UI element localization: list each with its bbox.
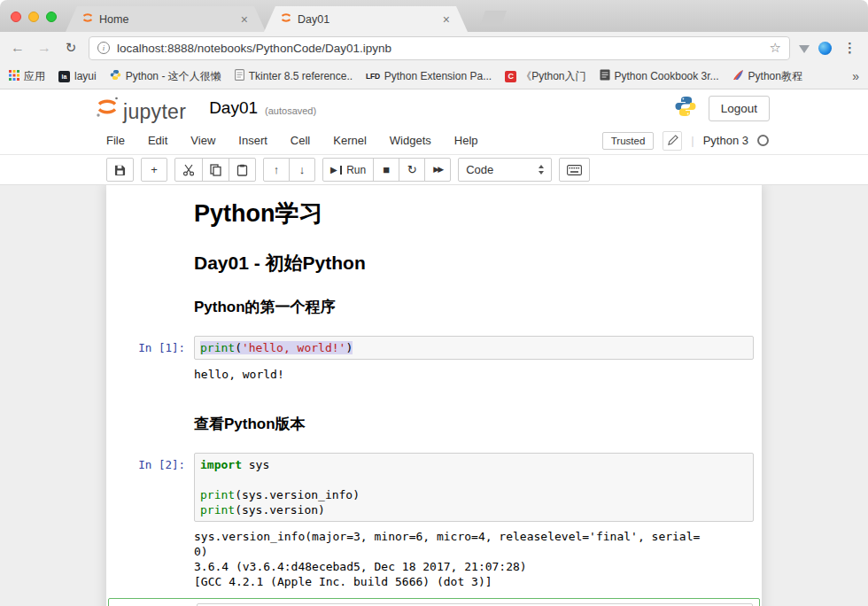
bookmark-label: Python教程 bbox=[748, 69, 802, 84]
jupyter-logo[interactable]: jupyter bbox=[94, 95, 186, 122]
page-info-icon[interactable]: i bbox=[97, 42, 110, 54]
stop-icon: ■ bbox=[383, 164, 390, 175]
bookmark-python-cookbook[interactable]: Python Cookbook 3r... bbox=[600, 69, 719, 83]
input-prompt: In [2]: bbox=[106, 453, 194, 522]
layui-favicon: la bbox=[58, 71, 70, 82]
bookmark-layui[interactable]: la layui bbox=[58, 70, 97, 82]
markdown-cell-version[interactable]: 查看Python版本 bbox=[106, 401, 762, 441]
bookmark-label: Tkinter 8.5 reference.. bbox=[249, 70, 353, 82]
notebook-title[interactable]: Day01 bbox=[209, 98, 258, 118]
code-cell-2[interactable]: In [2]: import sysprint(sys.version_info… bbox=[106, 441, 762, 522]
bookmarks-bar: 应用 la layui Python - 这个人很懒 Tkinter 8.5 r… bbox=[0, 64, 868, 89]
window-controls bbox=[11, 12, 57, 22]
bookmark-python-extensions[interactable]: LFD Python Extension Pa... bbox=[366, 70, 492, 82]
forward-button[interactable]: → bbox=[35, 41, 53, 55]
minimize-window-button[interactable] bbox=[28, 12, 39, 22]
bookmark-python-intro[interactable]: C 《Python入门 bbox=[505, 69, 585, 84]
step-bar-icon bbox=[340, 166, 343, 175]
play-icon: ▶ bbox=[330, 164, 337, 175]
browser-tab-home[interactable]: Home × bbox=[66, 6, 266, 32]
notebook-background: Python学习 Day01 - 初始Python Python的第一个程序 I… bbox=[0, 185, 868, 606]
menu-edit[interactable]: Edit bbox=[136, 134, 179, 147]
restart-kernel-button[interactable]: ↻ bbox=[399, 158, 425, 182]
move-cell-down-button[interactable]: ↓ bbox=[289, 158, 315, 182]
extension-globe-icon[interactable] bbox=[818, 42, 832, 55]
address-bar[interactable]: i localhost:8888/notebooks/PythonCode/Da… bbox=[89, 36, 790, 60]
feather-favicon-icon bbox=[732, 69, 744, 83]
browser-tab-day01[interactable]: Day01 × bbox=[264, 6, 468, 32]
code-input-1[interactable]: print('hello, world!') bbox=[194, 336, 754, 360]
code-cell-3-selected[interactable]: In [ ]: bbox=[108, 598, 760, 606]
bookmark-tkinter[interactable]: Tkinter 8.5 reference.. bbox=[235, 69, 353, 83]
notebook-container: Python学习 Day01 - 初始Python Python的第一个程序 I… bbox=[106, 185, 762, 606]
restart-run-all-button[interactable]: ▶▶ bbox=[424, 158, 451, 182]
cell-type-value: Code bbox=[466, 163, 493, 176]
command-palette-button[interactable] bbox=[559, 158, 590, 182]
bookmark-label: Python Cookbook 3r... bbox=[615, 70, 719, 82]
jupyter-favicon-icon bbox=[81, 12, 94, 27]
run-button[interactable]: ▶ Run bbox=[322, 158, 374, 182]
trusted-badge[interactable]: Trusted bbox=[602, 132, 655, 150]
tab-close-icon[interactable]: × bbox=[441, 13, 452, 26]
jupyter-header: jupyter Day01 (autosaved) Logout bbox=[0, 89, 868, 127]
logout-button[interactable]: Logout bbox=[709, 96, 770, 121]
fast-forward-icon: ▶▶ bbox=[433, 164, 442, 175]
bookmark-label: 《Python入门 bbox=[521, 69, 585, 84]
zoom-window-button[interactable] bbox=[46, 12, 57, 22]
edit-mode-pencil-icon bbox=[663, 131, 682, 151]
apps-grid-icon bbox=[9, 70, 19, 83]
notebook-menubar: File Edit View Insert Cell Kernel Widget… bbox=[0, 127, 868, 155]
menu-view[interactable]: View bbox=[179, 134, 227, 147]
python-logo-icon bbox=[674, 95, 697, 121]
heading-first-program: Python的第一个程序 bbox=[194, 297, 754, 317]
extension-triangle-icon[interactable] bbox=[799, 45, 810, 53]
menu-widgets[interactable]: Widgets bbox=[378, 134, 443, 147]
menu-file[interactable]: File bbox=[95, 134, 136, 147]
menu-insert[interactable]: Insert bbox=[227, 134, 279, 147]
jupyter-favicon-icon bbox=[280, 12, 292, 27]
select-arrows-icon bbox=[539, 165, 544, 175]
menu-cell[interactable]: Cell bbox=[279, 134, 322, 147]
bookmark-label: layui bbox=[74, 70, 97, 82]
move-cell-up-button[interactable]: ↑ bbox=[263, 158, 290, 182]
paste-cell-button[interactable] bbox=[229, 158, 256, 182]
lfd-favicon: LFD bbox=[366, 71, 380, 82]
bookmark-python-tutorial[interactable]: Python教程 bbox=[732, 69, 802, 84]
markdown-cell-title[interactable]: Python学习 bbox=[106, 189, 762, 240]
kernel-name: Python 3 bbox=[703, 134, 748, 147]
code-input-2[interactable]: import sysprint(sys.version_info)print(s… bbox=[194, 453, 754, 522]
bookmark-apps[interactable]: 应用 bbox=[9, 69, 45, 84]
back-button[interactable]: ← bbox=[9, 41, 27, 55]
browser-toolbar: ← → ↻ i localhost:8888/notebooks/PythonC… bbox=[0, 32, 868, 64]
jupyter-logo-icon bbox=[94, 95, 120, 122]
cell-type-select[interactable]: Code bbox=[458, 158, 552, 182]
heading-check-version: 查看Python版本 bbox=[194, 414, 754, 434]
divider: | bbox=[691, 134, 694, 147]
save-button[interactable] bbox=[106, 158, 134, 182]
markdown-cell-first-program[interactable]: Python的第一个程序 bbox=[106, 284, 762, 324]
bookmark-star-icon[interactable]: ☆ bbox=[770, 40, 781, 56]
tab-label: Day01 bbox=[298, 13, 436, 26]
cell-output-2: sys.version_info(major=3, minor=6, micro… bbox=[106, 522, 762, 593]
copy-cell-button[interactable] bbox=[202, 158, 229, 182]
interrupt-kernel-button[interactable]: ■ bbox=[373, 158, 399, 182]
add-cell-button[interactable]: + bbox=[141, 158, 167, 182]
bookmarks-overflow-icon[interactable]: » bbox=[852, 69, 859, 83]
book-favicon-icon bbox=[600, 69, 610, 83]
run-label: Run bbox=[346, 164, 366, 176]
cut-cell-button[interactable] bbox=[174, 158, 203, 182]
bookmark-label: 应用 bbox=[24, 69, 45, 84]
reload-button[interactable]: ↻ bbox=[62, 41, 80, 55]
close-window-button[interactable] bbox=[11, 12, 21, 22]
new-tab-button[interactable] bbox=[480, 11, 507, 26]
markdown-cell-day01[interactable]: Day01 - 初始Python bbox=[106, 240, 762, 284]
tab-close-icon[interactable]: × bbox=[239, 13, 250, 26]
browser-menu-icon[interactable]: ⋮ bbox=[841, 40, 859, 56]
bookmark-python-blog[interactable]: Python - 这个人很懒 bbox=[110, 69, 221, 84]
input-prompt: In [1]: bbox=[106, 336, 194, 360]
python-favicon-icon bbox=[110, 69, 121, 83]
menu-kernel[interactable]: Kernel bbox=[322, 134, 378, 147]
code-cell-1[interactable]: In [1]: print('hello, world!') bbox=[106, 324, 762, 360]
browser-window: Home × Day01 × ← → ↻ i localhost:8888/no… bbox=[0, 0, 868, 606]
menu-help[interactable]: Help bbox=[443, 134, 490, 147]
